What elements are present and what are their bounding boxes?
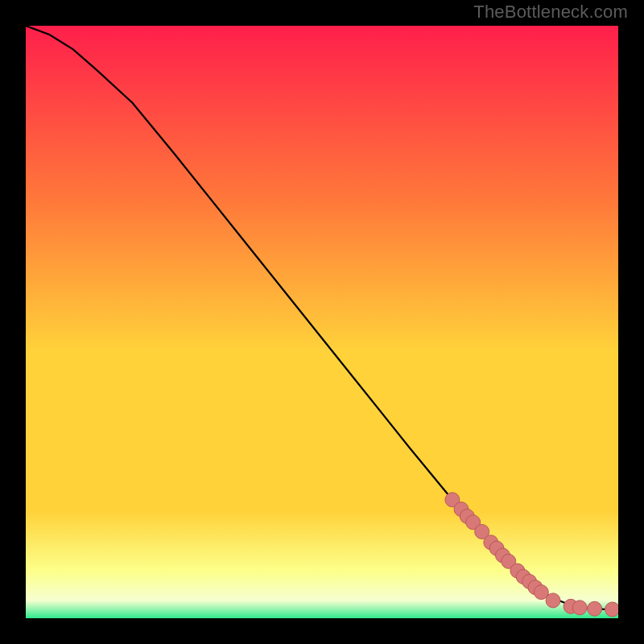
chart-frame: TheBottleneck.com xyxy=(0,0,644,644)
data-marker xyxy=(572,601,587,615)
data-marker xyxy=(605,602,618,617)
chart-canvas xyxy=(26,26,618,618)
gradient-background xyxy=(26,26,618,618)
data-marker xyxy=(546,593,560,608)
data-marker xyxy=(588,601,602,616)
attribution-label: TheBottleneck.com xyxy=(473,2,628,23)
